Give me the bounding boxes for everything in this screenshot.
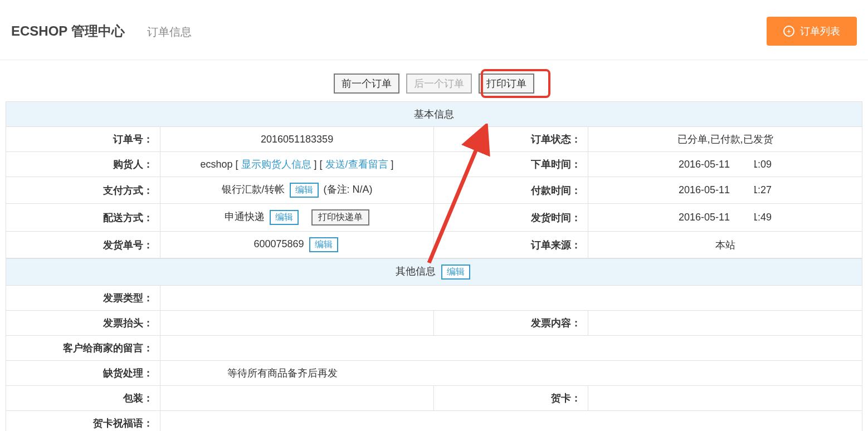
pay-time-label: 付款时间： (434, 177, 588, 204)
oos-value: 等待所有商品备齐后再发 (160, 361, 862, 386)
redaction-patch (733, 159, 754, 171)
pay-method-value: 银行汇款/转帐 编辑 (备注: N/A) (160, 177, 434, 204)
order-time-label: 下单时间： (434, 152, 588, 177)
message-link[interactable]: 发送/查看留言 (325, 159, 388, 170)
pack-label: 包装： (6, 386, 160, 411)
customer-msg-label: 客户给商家的留言： (6, 336, 160, 361)
table-row: 客户给商家的留言： (6, 336, 862, 361)
print-ship-label-button[interactable]: 打印快递单 (311, 209, 369, 226)
ship-no-label: 发货单号： (6, 232, 160, 258)
order-no-label: 订单号： (6, 127, 160, 152)
edit-other-info-button[interactable]: 编辑 (441, 265, 470, 280)
card-value (588, 386, 862, 411)
order-list-button[interactable]: + 订单列表 (767, 17, 857, 46)
table-row: 包装： 贺卡： (6, 386, 862, 411)
prev-order-button[interactable]: 前一个订单 (334, 74, 399, 94)
order-time-value: 2016-05-11 16:11:09 (588, 152, 862, 177)
buyer-value: ecshop [ 显示购货人信息 ] [ 发送/查看留言 ] (160, 152, 434, 177)
table-row: 订单号： 2016051183359 订单状态： 已分单,已付款,已发货 (6, 127, 862, 152)
card-msg-label: 贺卡祝福语： (6, 411, 160, 432)
pack-value (160, 386, 434, 411)
order-status-label: 订单状态： (434, 127, 588, 152)
table-row: 配送方式： 申通快递 编辑 打印快递单 发货时间： 2016-05-11 16:… (6, 204, 862, 232)
order-source-label: 订单来源： (434, 232, 588, 258)
order-no-value: 2016051183359 (160, 127, 434, 152)
table-row: 发票类型： (6, 286, 862, 311)
edit-pay-method-button[interactable]: 编辑 (290, 183, 319, 198)
ship-no-value: 600075869 编辑 (160, 232, 434, 258)
invoice-type-value (160, 286, 862, 311)
ship-method-label: 配送方式： (6, 204, 160, 232)
table-row: 缺货处理： 等待所有商品备齐后再发 (6, 361, 862, 386)
show-buyer-link[interactable]: 显示购货人信息 (241, 159, 311, 170)
other-info-header: 其他信息 编辑 (6, 258, 862, 285)
basic-info-table: 订单号： 2016051183359 订单状态： 已分单,已付款,已发货 购货人… (6, 126, 862, 258)
print-order-button[interactable]: 打印订单 (479, 74, 534, 94)
table-row: 发票抬头： 发票内容： (6, 311, 862, 336)
oos-label: 缺货处理： (6, 361, 160, 386)
order-nav-row: 前一个订单 后一个订单 打印订单 (6, 66, 862, 101)
invoice-title-value (160, 311, 434, 336)
order-status-value: 已分单,已付款,已发货 (588, 127, 862, 152)
invoice-title-label: 发票抬头： (6, 311, 160, 336)
next-order-button: 后一个订单 (406, 74, 472, 94)
pay-method-label: 支付方式： (6, 177, 160, 204)
invoice-type-label: 发票类型： (6, 286, 160, 311)
invoice-content-value (588, 311, 862, 336)
order-list-button-label: 订单列表 (800, 25, 840, 38)
buyer-label: 购货人： (6, 152, 160, 177)
app-title: ECSHOP 管理中心 (11, 22, 125, 40)
table-row: 支付方式： 银行汇款/转帐 编辑 (备注: N/A) 付款时间： 2016-05… (6, 177, 862, 204)
page-title: 订单信息 (147, 25, 192, 40)
plus-icon: + (783, 26, 794, 37)
redaction-patch (733, 210, 754, 223)
redaction-patch (733, 184, 754, 196)
order-source-value: 本站 (588, 232, 862, 258)
invoice-content-label: 发票内容： (434, 311, 588, 336)
ship-method-value: 申通快递 编辑 打印快递单 (160, 204, 434, 232)
page-header: ECSHOP 管理中心 订单信息 + 订单列表 (0, 0, 868, 60)
edit-ship-method-button[interactable]: 编辑 (270, 210, 299, 225)
basic-info-header: 基本信息 (6, 101, 862, 126)
edit-ship-no-button[interactable]: 编辑 (309, 237, 338, 252)
card-msg-value (160, 411, 862, 432)
table-row: 贺卡祝福语： (6, 411, 862, 432)
pay-time-value: 2016-05-11 16:11:27 (588, 177, 862, 204)
table-row: 购货人： ecshop [ 显示购货人信息 ] [ 发送/查看留言 ] 下单时间… (6, 152, 862, 177)
card-label: 贺卡： (434, 386, 588, 411)
content-area: 前一个订单 后一个订单 打印订单 基本信息 订单号： 2016051183359… (0, 60, 868, 431)
table-row: 发货单号： 600075869 编辑 订单来源： 本站 (6, 232, 862, 258)
other-info-table: 发票类型： 发票抬头： 发票内容： 客户给商家的留言： 缺货处理： 等待所有商品… (6, 285, 862, 431)
customer-msg-value (160, 336, 862, 361)
ship-time-label: 发货时间： (434, 204, 588, 232)
ship-time-value: 2016-05-11 16:11:49 (588, 204, 862, 232)
